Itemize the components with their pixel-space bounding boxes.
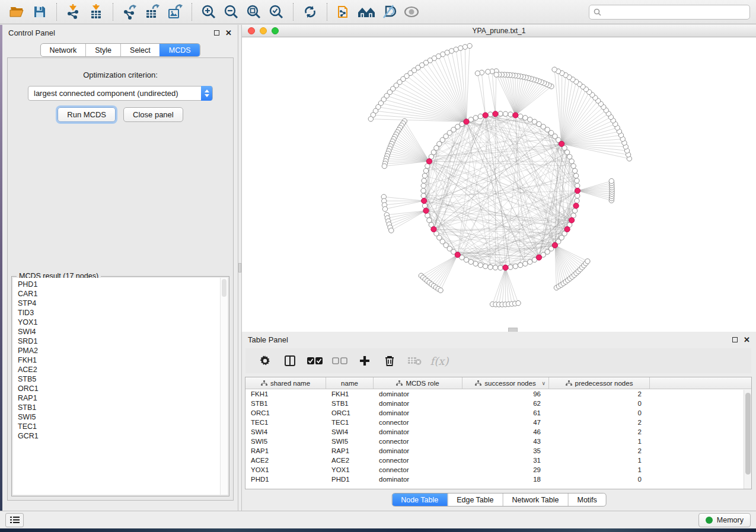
table-row[interactable]: YOX1YOX1connector291	[245, 465, 751, 475]
table-cell: 43	[462, 437, 549, 446]
column-header-predecessor-nodes[interactable]: predecessor nodes	[549, 377, 650, 389]
table-cell: dominator	[374, 475, 462, 484]
mcds-result-item[interactable]: PHD1	[18, 280, 219, 289]
zoom-selected-icon[interactable]	[265, 2, 288, 21]
table-row[interactable]: FKH1FKH1dominator962	[245, 389, 751, 399]
deselect-all-icon[interactable]	[330, 352, 350, 370]
network-graph[interactable]	[242, 37, 756, 332]
mcds-result-item[interactable]: ORC1	[18, 384, 219, 393]
window-close-icon[interactable]	[248, 27, 255, 34]
add-icon[interactable]	[355, 352, 375, 370]
table-panel-title: Table Panel	[248, 335, 288, 344]
column-header-name[interactable]: name	[326, 377, 374, 389]
mcds-result-item[interactable]: STB1	[18, 403, 219, 412]
mcds-result-item[interactable]: RAP1	[18, 393, 219, 403]
memory-button[interactable]: Memory	[698, 513, 751, 527]
eye-icon[interactable]	[400, 2, 423, 21]
close-panel-button[interactable]: Close panel	[123, 107, 183, 122]
criterion-selected-value: largest connected component (undirected)	[34, 89, 178, 98]
network-overview-icon[interactable]	[355, 2, 378, 21]
function-icon[interactable]: f(x)	[429, 352, 449, 370]
mcds-result-item[interactable]: FKH1	[18, 355, 219, 365]
delete-table-icon[interactable]	[404, 352, 425, 370]
zoom-in-icon[interactable]	[197, 2, 220, 21]
window-zoom-icon[interactable]	[272, 27, 279, 34]
window-minimize-icon[interactable]	[260, 27, 267, 34]
columns-icon[interactable]	[280, 352, 300, 370]
import-network-icon[interactable]	[62, 2, 85, 21]
mcds-result-item[interactable]: YOX1	[18, 318, 219, 327]
mcds-result-item[interactable]: STP4	[18, 299, 219, 308]
optimization-criterion-select[interactable]: largest connected component (undirected)	[28, 86, 213, 101]
search-box[interactable]	[589, 5, 750, 20]
column-header-mcds-role[interactable]: MCDS role	[374, 377, 462, 389]
mcds-result-item[interactable]: TID3	[18, 308, 219, 318]
open-icon[interactable]	[6, 2, 28, 21]
close-table-panel-icon[interactable]: ✕	[744, 336, 750, 344]
column-header-shared-name[interactable]: shared name	[245, 377, 326, 389]
table-row[interactable]: PHD1PHD1dominator180	[245, 475, 751, 484]
graphics-details-icon[interactable]	[378, 2, 400, 21]
table-cell: RAP1	[245, 446, 326, 456]
tab-edge-table[interactable]: Edge Table	[447, 493, 502, 506]
column-header-successor-nodes[interactable]: successor nodes∨	[462, 377, 549, 389]
search-input[interactable]	[604, 8, 745, 16]
table-cell: dominator	[374, 427, 462, 437]
table-row[interactable]: TEC1TEC1connector472	[245, 418, 751, 427]
float-panel-icon[interactable]	[214, 30, 219, 36]
close-panel-icon[interactable]: ✕	[225, 29, 232, 37]
export-network-icon[interactable]	[119, 2, 141, 21]
mcds-result-item[interactable]: GCR1	[18, 431, 219, 441]
tab-network[interactable]: Network	[40, 44, 85, 56]
table-row[interactable]: STB1STB1dominator620	[245, 399, 751, 408]
table-scrollbar[interactable]	[744, 390, 751, 489]
mcds-result-list[interactable]: PHD1CAR1STP4TID3YOX1SWI4SRD1PMA2FKH1ACE2…	[13, 278, 228, 495]
mcds-result-item[interactable]: SWI5	[18, 412, 219, 422]
mcds-result-item[interactable]: SWI4	[18, 327, 219, 336]
tab-mcds[interactable]: MCDS	[160, 44, 200, 56]
run-mcds-button[interactable]: Run MCDS	[58, 107, 116, 122]
float-table-panel-icon[interactable]	[732, 337, 738, 342]
mcds-result-item[interactable]: TEC1	[18, 422, 219, 431]
tab-select[interactable]: Select	[120, 44, 160, 56]
zoom-out-icon[interactable]	[220, 2, 243, 21]
export-table-icon[interactable]	[141, 2, 164, 21]
table-row[interactable]: ORC1ORC1dominator610	[245, 408, 751, 418]
zoom-fit-icon[interactable]	[243, 2, 265, 21]
mcds-result-item[interactable]: ACE2	[18, 365, 219, 374]
network-canvas[interactable]	[242, 37, 756, 332]
delete-icon[interactable]	[379, 352, 400, 370]
import-table-icon[interactable]	[85, 2, 107, 21]
column-type-icon	[396, 380, 403, 386]
tab-style[interactable]: Style	[85, 44, 120, 56]
table-cell: 96	[462, 389, 549, 399]
mcds-tab-content: Optimization criterion: largest connecte…	[7, 57, 234, 501]
network-window-titlebar[interactable]: YPA_prune.txt_1	[242, 25, 756, 37]
table-cell: 0	[549, 399, 650, 408]
table-row[interactable]: ACE2ACE2connector311	[245, 456, 751, 465]
save-icon[interactable]	[28, 2, 51, 21]
export-image-icon[interactable]	[164, 2, 186, 21]
optimization-criterion-label: Optimization criterion:	[8, 70, 233, 79]
mcds-result-item[interactable]: PMA2	[18, 346, 219, 355]
table-row[interactable]: SWI5SWI5connector431	[245, 437, 751, 446]
table-cell: 0	[549, 408, 650, 418]
mcds-list-scrollbar[interactable]	[220, 278, 228, 495]
table-cell: 18	[462, 475, 549, 484]
mcds-result-item[interactable]: STB5	[18, 374, 219, 384]
mcds-result-item[interactable]: SRD1	[18, 336, 219, 346]
tab-motifs[interactable]: Motifs	[567, 493, 605, 506]
share-document-icon[interactable]	[333, 2, 355, 21]
select-all-icon[interactable]	[305, 352, 325, 370]
settings-icon[interactable]	[255, 352, 275, 370]
table-row[interactable]: RAP1RAP1dominator352	[245, 446, 751, 456]
tab-node-table[interactable]: Node Table	[392, 493, 447, 506]
refresh-icon[interactable]	[299, 2, 321, 21]
table-panel-header: Table Panel ✕	[242, 332, 756, 347]
toolbar-separator	[293, 3, 294, 21]
tab-network-table[interactable]: Network Table	[503, 493, 568, 506]
task-history-button[interactable]	[5, 513, 24, 527]
control-panel-tabs: NetworkStyleSelectMCDS	[40, 43, 200, 57]
mcds-result-item[interactable]: CAR1	[18, 289, 219, 299]
table-row[interactable]: SWI4SWI4dominator462	[245, 427, 751, 437]
